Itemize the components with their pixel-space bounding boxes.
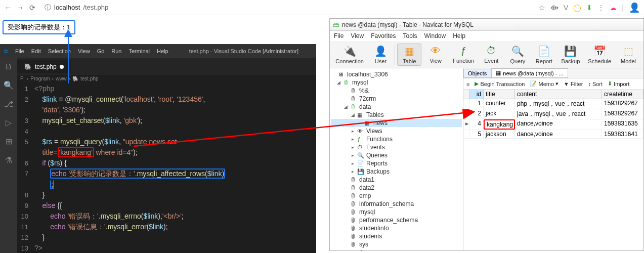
function-icon: ƒ — [461, 45, 466, 57]
table-icon: ▦ — [364, 120, 371, 126]
tab-label: test.php — [35, 63, 57, 70]
data-tabs: Objects ▦news @data (mysql) - ... — [463, 68, 643, 78]
query-icon: 🔍 — [511, 45, 524, 57]
navicat-window: 🗃 news @data (mysql) - Table - Navicat f… — [329, 18, 644, 251]
dirty-indicator-icon — [60, 65, 64, 69]
model-icon: ⬚ — [624, 45, 633, 57]
tree-table-news: ▦news — [331, 119, 462, 127]
debug-icon[interactable]: ▷ — [6, 118, 12, 128]
extensions-icon[interactable]: ⊞ — [6, 137, 12, 146]
explorer-icon[interactable]: 🗎 — [5, 62, 13, 71]
test-icon[interactable]: ⚗ — [5, 155, 12, 165]
ext-icon[interactable]: ☁ — [610, 4, 617, 12]
backup-button[interactable]: 💾Backup — [558, 44, 583, 65]
report-button[interactable]: 📄Report — [532, 44, 556, 65]
highlight-echo-block: echo '受影响的记录数是：'.mysqli_affected_rows($l… — [50, 168, 225, 179]
report-icon: 📄 — [538, 45, 550, 57]
backup-icon: 💾 — [564, 45, 577, 57]
star-icon[interactable]: ☆ — [539, 4, 545, 12]
url-path: /test.php — [83, 4, 108, 11]
server-icon: 🖥 — [338, 71, 345, 77]
menu-go[interactable]: Go — [97, 48, 105, 54]
menu-file[interactable]: File — [334, 32, 344, 39]
col-title[interactable]: title — [484, 90, 515, 99]
menu-help[interactable]: Help — [453, 32, 465, 39]
ext-icon[interactable]: ⋮ — [597, 4, 605, 12]
db-icon: 🛢 — [350, 104, 357, 110]
user-button[interactable]: 👤User — [368, 44, 393, 65]
code-editor[interactable]: 1<?php 2 $link = @mysqli_connect('localh… — [17, 83, 316, 253]
menu-tools[interactable]: Tools — [403, 32, 417, 39]
sort-button[interactable]: ↕Sort — [588, 81, 603, 87]
menu-file[interactable]: File — [15, 48, 24, 54]
menu-favorites[interactable]: Favorites — [371, 32, 396, 39]
query-button[interactable]: 🔍Query — [505, 44, 530, 65]
col-content[interactable]: content — [515, 90, 602, 99]
event-icon: ⏱ — [486, 45, 496, 57]
menu-run[interactable]: Run — [111, 48, 121, 54]
table-icon: ▦ — [405, 45, 414, 57]
memo-button[interactable]: 📝Memo ▾ — [530, 80, 559, 87]
view-button[interactable]: 👁View — [423, 44, 448, 65]
page-output: 受影响的记录数是：1 — [3, 20, 75, 34]
connection-tree[interactable]: 🖥localhost_3306 ◢🛢mysql 🛢%& 🛢72crm ◢🛢dat… — [330, 68, 463, 250]
search-icon[interactable]: 🔍 — [4, 80, 14, 90]
event-button[interactable]: ⏱Event — [479, 44, 503, 65]
menu-terminal[interactable]: Terminal — [129, 48, 150, 54]
divider: | — [622, 4, 624, 12]
reload-icon[interactable]: ⟳ — [28, 4, 36, 12]
tab-objects[interactable]: Objects — [463, 69, 491, 78]
vscode-logo-icon: ⧉ — [4, 48, 8, 55]
table-header: id title content createtime — [463, 90, 643, 99]
activity-bar: 🗎 🔍 ⎇ ▷ ⊞ ⚗ — [0, 58, 17, 253]
vscode-titlebar: ⧉ File Edit Selection View Go Run Termin… — [0, 44, 316, 58]
begin-transaction-button[interactable]: ▶Begin Transaction — [475, 80, 525, 87]
view-icon: 👁 — [431, 45, 441, 57]
menu-window[interactable]: Window — [424, 32, 446, 39]
ext-icon[interactable]: V — [564, 4, 568, 12]
php-file-icon: 🐘 — [24, 63, 32, 70]
menu-help[interactable]: Help — [157, 48, 168, 54]
menu-icon[interactable]: ≡ — [466, 81, 469, 87]
menu-edit[interactable]: Edit — [31, 48, 41, 54]
menu-view[interactable]: View — [78, 48, 90, 54]
table-row: ▸4kangkangdance,voince1593831635 — [463, 119, 643, 130]
editor-tabs: 🐘 test.php — [0, 58, 316, 75]
ext-icon[interactable]: ⬇ — [586, 4, 592, 12]
forward-icon[interactable]: → — [16, 4, 24, 12]
ext-icon[interactable]: ◯ — [573, 4, 581, 12]
table-icon: ▦ — [496, 70, 501, 76]
ext-icon[interactable]: ⟴ — [550, 4, 559, 12]
menu-selection[interactable]: Selection — [48, 48, 71, 54]
tab-news[interactable]: ▦news @data (mysql) - ... — [491, 68, 568, 78]
connection-button[interactable]: 🔌Connection — [333, 44, 366, 65]
menu-view[interactable]: View — [351, 32, 364, 39]
col-id[interactable]: id — [469, 90, 484, 99]
schedule-button[interactable]: 📅Schedule — [585, 44, 614, 65]
import-button[interactable]: ⬇Import — [608, 80, 629, 87]
vscode-window: ⧉ File Edit Selection View Go Run Termin… — [0, 44, 316, 253]
browser-extensions: ☆ ⟴ V ◯ ⬇ ⋮ ☁ | 👤 — [539, 2, 640, 13]
table-button[interactable]: ▦Table — [397, 44, 421, 66]
model-button[interactable]: ⬚Model — [616, 44, 640, 65]
tab-testphp[interactable]: 🐘 test.php — [17, 60, 71, 73]
table-row: 2jackjava，mysql，vue，react1593829267 — [463, 109, 643, 119]
plug-icon: 🔌 — [344, 45, 356, 57]
function-button[interactable]: ƒFunction — [450, 44, 477, 65]
breadcrumb[interactable]: F: › Program › www › 🐘 test.php — [0, 75, 316, 83]
scm-icon[interactable]: ⎇ — [4, 99, 13, 109]
navicat-titlebar: 🗃 news @data (mysql) - Table - Navicat f… — [330, 19, 643, 31]
cell-kangkang: kangkang — [484, 119, 515, 130]
folder-icon: ▦ — [357, 112, 364, 118]
browser-address-bar: ← → ⟳ ⓘ localhost/test.php ☆ ⟴ V ◯ ⬇ ⋮ ☁… — [0, 0, 644, 15]
navicat-title-text: news @data (mysql) - Table - Navicat for… — [342, 21, 474, 28]
profile-icon[interactable]: 👤 — [629, 2, 640, 13]
col-createtime[interactable]: createtime — [602, 90, 643, 99]
db-icon: 🛢 — [343, 79, 350, 86]
data-grid[interactable]: id title content createtime 1counterphp，… — [463, 90, 643, 250]
back-icon[interactable]: ← — [4, 4, 12, 12]
table-row: 1counterphp，mysql，vue，react1593829267 — [463, 99, 643, 109]
url-field[interactable]: ⓘ localhost/test.php — [45, 3, 108, 12]
filter-button[interactable]: ▼Filter — [564, 81, 583, 87]
user-icon: 👤 — [374, 45, 387, 57]
